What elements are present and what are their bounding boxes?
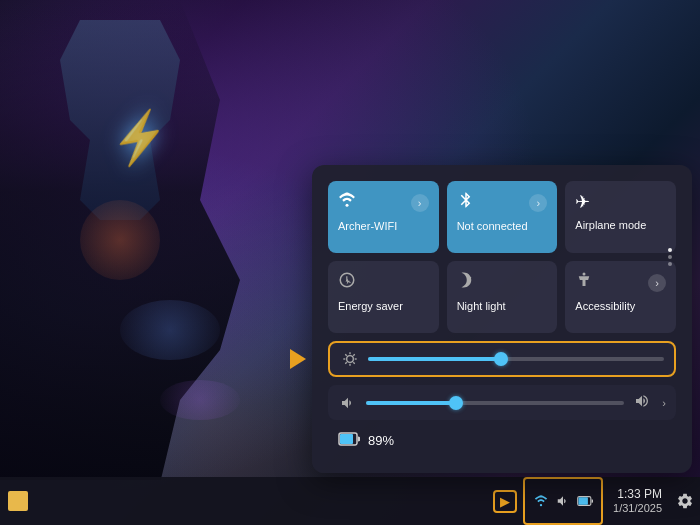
nightlight-tile[interactable]: Night light — [447, 261, 558, 333]
tiles-row-1: › Archer-WIFI › Not connected — [328, 181, 676, 253]
taskbar: ▶ 1:33 PM 1/31/2025 — [0, 477, 700, 525]
volume-thumb[interactable] — [449, 396, 463, 410]
battery-icon — [338, 432, 360, 449]
energy-tile[interactable]: Energy saver — [328, 261, 439, 333]
svg-point-3 — [583, 273, 586, 276]
volume-arrow[interactable]: › — [662, 397, 666, 409]
nightlight-icon — [457, 271, 475, 294]
svg-line-9 — [345, 354, 346, 355]
airplane-icon: ✈ — [575, 191, 590, 213]
tiles-container: › Archer-WIFI › Not connected — [328, 181, 676, 333]
sliders-section: › — [328, 341, 676, 420]
wifi-tile[interactable]: › Archer-WIFI — [328, 181, 439, 253]
svg-point-2 — [469, 277, 471, 279]
bluetooth-tile[interactable]: › Not connected — [447, 181, 558, 253]
acc-arrow: › — [648, 274, 666, 292]
volume-icon — [338, 395, 358, 411]
volume-slider-row[interactable]: › — [328, 385, 676, 420]
clock-date: 1/31/2025 — [613, 502, 662, 515]
svg-rect-14 — [340, 434, 353, 444]
brightness-arrow — [290, 349, 306, 369]
wifi-label: Archer-WIFI — [338, 220, 397, 233]
system-tray[interactable] — [523, 477, 603, 525]
svg-point-15 — [540, 504, 542, 506]
dot-2 — [668, 255, 672, 259]
dot-1 — [668, 248, 672, 252]
svg-point-4 — [347, 356, 354, 363]
svg-point-0 — [346, 204, 349, 207]
wifi-icon — [338, 191, 356, 214]
tray-volume-icon — [555, 493, 571, 509]
brightness-icon — [340, 351, 360, 367]
bt-arrow: › — [529, 194, 547, 212]
energy-label: Energy saver — [338, 300, 403, 313]
start-button[interactable] — [8, 491, 28, 511]
lightning-accent: ⚡ — [106, 105, 175, 171]
panel-dots — [668, 248, 672, 266]
settings-icon-area[interactable] — [670, 477, 700, 525]
wifi-arrow: › — [411, 194, 429, 212]
svg-rect-17 — [579, 497, 588, 504]
brightness-track[interactable] — [368, 357, 664, 361]
battery-percent: 89% — [368, 433, 394, 448]
tiles-row-2: Energy saver Night light — [328, 261, 676, 333]
clock-area[interactable]: 1:33 PM 1/31/2025 — [605, 477, 670, 525]
accessibility-label: Accessibility — [575, 300, 635, 313]
clock-time: 1:33 PM — [617, 487, 662, 501]
airplane-label: Airplane mode — [575, 219, 646, 232]
bluetooth-label: Not connected — [457, 220, 528, 233]
svg-point-1 — [466, 274, 468, 276]
gear-icon — [676, 492, 694, 510]
volume-track[interactable] — [366, 401, 624, 405]
svg-line-11 — [345, 362, 346, 363]
volume-end-icon — [632, 393, 652, 412]
battery-row: 89% — [328, 424, 676, 457]
brightness-thumb[interactable] — [494, 352, 508, 366]
bluetooth-icon — [457, 191, 475, 214]
accessibility-tile[interactable]: › Accessibility — [565, 261, 676, 333]
brightness-slider-row[interactable] — [328, 341, 676, 377]
svg-line-10 — [353, 362, 354, 363]
accessibility-icon — [575, 271, 593, 294]
svg-line-12 — [353, 354, 354, 355]
dot-3 — [668, 262, 672, 266]
volume-fill — [366, 401, 456, 405]
tray-battery-icon — [577, 493, 593, 509]
tray-wifi-icon — [533, 493, 549, 509]
airplane-tile[interactable]: ✈ Airplane mode — [565, 181, 676, 253]
brightness-fill — [368, 357, 501, 361]
quick-settings-panel: › Archer-WIFI › Not connected — [312, 165, 692, 473]
energy-icon — [338, 271, 356, 294]
show-hidden-arrow: ▶ — [500, 494, 510, 509]
nightlight-label: Night light — [457, 300, 506, 313]
hidden-icons-button[interactable]: ▶ — [487, 477, 523, 525]
taskbar-left — [0, 491, 487, 511]
